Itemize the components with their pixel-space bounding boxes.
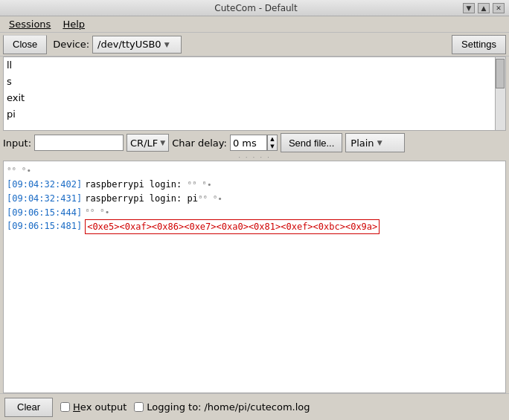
scrollbar-track[interactable] [495,57,505,130]
close-button[interactable]: Close [3,35,47,54]
output-text: raspberrypi login: pi⁰⁰ ⁰• [85,192,223,206]
hex-output: <0xe5><0xaf><0x86><0xe7><0xa0><0x81><0xe… [85,219,380,234]
cr-lf-arrow: ▼ [160,139,165,146]
close-window-button[interactable]: ✕ [493,3,505,13]
device-dropdown[interactable]: /dev/ttyUSB0 ▼ [92,36,182,54]
char-delay-label: Char delay: [172,138,227,149]
clear-button[interactable]: Clear [4,398,53,417]
hex-output-group: Hex output [60,401,127,413]
char-delay-value: 0 ms [230,135,267,151]
window-title: CuteCom - Default [49,3,463,13]
output-line: [09:06:15:444] ⁰⁰ ⁰• [7,206,502,219]
input-field[interactable] [34,135,124,151]
command-list-inner: ll s exit pi [4,57,505,123]
spinner-up[interactable]: ▲ [268,135,277,143]
hex-output-checkbox[interactable] [60,402,70,412]
list-item[interactable]: s [4,74,505,90]
cr-lf-dropdown[interactable]: CR/LF ▼ [127,134,169,152]
output-area[interactable]: ⁰⁰ ⁰• [09:04:32:402] raspberrypi login: … [3,161,506,393]
timestamp: [09:04:32:402] [7,178,82,192]
logging-checkbox[interactable] [134,402,144,412]
window-controls[interactable]: ▼ ▲ ✕ [463,3,505,13]
cr-lf-value: CR/LF [130,138,158,149]
logging-group: Logging to: /home/pi/cutecom.log [134,401,310,413]
device-value: /dev/ttyUSB0 [97,39,161,50]
title-bar: CuteCom - Default ▼ ▲ ✕ [0,0,509,16]
log-path: /home/pi/cutecom.log [204,401,310,413]
device-dropdown-arrow: ▼ [164,41,170,48]
settings-button[interactable]: Settings [452,35,506,54]
timestamp: [09:06:15:444] [7,206,82,219]
menu-help[interactable]: Help [57,17,91,31]
output-text: raspberrypi login: ⁰⁰ ⁰• [85,178,211,192]
spinner-down[interactable]: ▼ [268,143,277,150]
plain-value: Plain [350,138,374,149]
maximize-button[interactable]: ▲ [478,3,490,13]
menu-bar: Sessions Help [0,16,509,33]
output-line: [09:06:15:481] <0xe5><0xaf><0x86><0xe7><… [7,219,502,234]
output-small-text: ⁰⁰ ⁰• [7,164,31,178]
input-label: Input: [3,138,31,149]
device-label: Device: [53,39,89,50]
bottom-bar: Clear Hex output Logging to: /home/pi/cu… [0,393,509,420]
toolbar: Close Device: /dev/ttyUSB0 ▼ Settings [0,33,509,56]
char-delay-spinner[interactable]: ▲ ▼ [267,135,278,151]
output-line: [09:04:32:402] raspberrypi login: ⁰⁰ ⁰• [7,178,502,192]
logging-label[interactable]: Logging to: [147,401,201,413]
input-bar: Input: CR/LF ▼ Char delay: 0 ms ▲ ▼ Send… [0,131,509,155]
timestamp: [09:06:15:481] [7,219,82,234]
output-line: [09:04:32:431] raspberrypi login: pi⁰⁰ ⁰… [7,192,502,206]
command-list[interactable]: ll s exit pi [3,56,506,131]
list-item[interactable]: pi [4,106,505,123]
minimize-button[interactable]: ▼ [463,3,475,13]
plain-arrow: ▼ [377,139,382,146]
hex-output-label[interactable]: Hex output [73,401,127,413]
output-text: ⁰⁰ ⁰• [85,206,109,219]
list-item[interactable]: exit [4,90,505,106]
list-item[interactable]: ll [4,57,505,74]
main-content: ll s exit pi Input: CR/LF ▼ Char delay: … [0,56,509,420]
send-file-button[interactable]: Send file... [281,133,342,152]
output-line: ⁰⁰ ⁰• [7,164,502,178]
hex-label-text: Hex output [73,401,127,413]
plain-dropdown[interactable]: Plain ▼ [345,133,405,152]
menu-sessions[interactable]: Sessions [3,17,57,31]
scrollbar-thumb[interactable] [496,59,505,88]
timestamp: [09:04:32:431] [7,192,82,206]
separator-dots: · · · · · [0,155,509,161]
